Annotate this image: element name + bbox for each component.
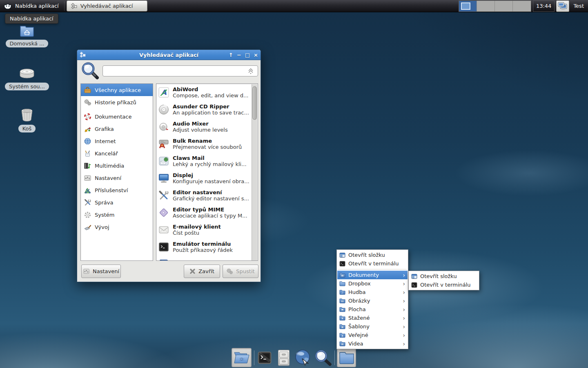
taskbar-window-button[interactable]: Vyhledávač aplikací — [67, 0, 147, 11]
audio-mixer-icon — [158, 121, 169, 132]
display-settings-tray-button[interactable] — [556, 0, 569, 12]
trash-icon — [20, 108, 33, 122]
menu-item-videa[interactable]: Videa › — [337, 339, 408, 348]
dock-web-browser-button[interactable] — [294, 349, 312, 367]
app-row-bulk-rename[interactable]: Bulk RenamePřejmenovat více souborů — [156, 135, 258, 153]
menu-item-dokumenty[interactable]: Dokumenty › — [337, 271, 408, 279]
menu-item-plocha[interactable]: Plocha › — [337, 305, 408, 314]
folder-templates-icon — [339, 324, 345, 329]
category-command-history[interactable]: Historie příkazů — [81, 96, 153, 108]
category-settings[interactable]: Nastavení — [81, 172, 153, 184]
shade-button[interactable]: ↑ — [229, 50, 233, 60]
dock-file-cabinet-button[interactable] — [276, 349, 292, 366]
desktop-icon-trash[interactable]: Koš — [0, 108, 53, 132]
app-row-asunder[interactable]: Asunder CD RipperAn application to save … — [156, 101, 258, 118]
category-development[interactable]: Vývoj — [81, 221, 153, 233]
desktop-icon-home[interactable]: Domovská ... — [0, 25, 53, 47]
menu-item-verejne[interactable]: Veřejné › — [337, 331, 408, 339]
menu-item-label: Otevřít složku — [348, 252, 385, 258]
minimize-button[interactable]: − — [237, 50, 241, 60]
dock-file-manager-button[interactable]: :D: — [232, 348, 252, 367]
clock[interactable]: 13:44 — [533, 0, 555, 12]
category-label: Všechny aplikace — [95, 87, 141, 93]
app-description: Adjust volume levels — [173, 127, 228, 133]
workspace-4[interactable] — [513, 1, 531, 11]
menu-item-label: Stažené — [348, 315, 370, 321]
app-row-audio-mixer[interactable]: Audio MixerAdjust volume levels — [156, 118, 258, 135]
panel-separator — [64, 2, 65, 11]
menu-item-stazene[interactable]: Stažené › — [337, 314, 408, 322]
dock-search-button[interactable] — [314, 349, 332, 366]
app-description: Asociace aplikací s typy M... — [173, 213, 247, 219]
scrollbar-thumb[interactable] — [252, 86, 257, 120]
app-description: Lehký a rychlý mailový kli... — [173, 161, 247, 167]
close-window-button[interactable]: Zavřít — [184, 265, 220, 278]
menu-item-open-folder[interactable]: Otevřít složku — [337, 251, 408, 259]
collapse-chevrons-icon[interactable] — [247, 67, 254, 74]
menu-item-label: Hudba — [348, 289, 366, 295]
category-office[interactable]: Kancelář — [81, 147, 153, 159]
category-all-applications[interactable]: Všechny aplikace — [81, 84, 153, 96]
menu-item-open-terminal[interactable]: Otevřít v terminálu — [337, 259, 408, 268]
dock-terminal-button[interactable] — [256, 350, 273, 366]
applications-menu-label: Nabídka aplikací — [15, 3, 59, 9]
category-label: Dokumentace — [95, 114, 131, 120]
category-label: Internet — [95, 138, 116, 144]
search-input[interactable] — [102, 65, 258, 76]
app-row-display[interactable]: DisplejKonfiguruje nastavení obra... — [156, 170, 258, 187]
workspace-3[interactable] — [495, 1, 513, 11]
app-row-mime-editor[interactable]: Editor typů MIMEAsociace aplikací s typy… — [156, 204, 258, 221]
category-multimedia[interactable]: Multimédia — [81, 159, 153, 172]
app-row-settings-editor[interactable]: Editor nastaveníGrafický editor nastaven… — [156, 187, 258, 204]
workspace-switcher[interactable] — [459, 0, 531, 12]
category-documentation[interactable]: Dokumentace — [81, 110, 153, 123]
submenu-arrow-icon: › — [403, 289, 405, 295]
app-row-terminal-emulator[interactable]: Emulátor termináluPoužít příkazový řádek — [156, 238, 258, 256]
mime-diamond-icon — [158, 207, 169, 218]
category-accessories[interactable]: Příslušenství — [81, 184, 153, 196]
taskbar-window-label: Vyhledávač aplikací — [80, 3, 133, 9]
workspace-1[interactable] — [459, 1, 477, 11]
app-name: Asunder CD Ripper — [173, 103, 249, 110]
submenu-arrow-icon: › — [403, 341, 405, 347]
app-description: Grafický editor nastavení s... — [173, 195, 249, 202]
close-button[interactable]: × — [254, 50, 258, 60]
app-row-claws-mail[interactable]: Claws MailLehký a rychlý mailový kli... — [156, 153, 258, 170]
category-internet[interactable]: Internet — [81, 135, 153, 147]
app-list-scrollbar[interactable] — [252, 84, 257, 261]
submenu-arrow-icon: › — [403, 307, 405, 312]
dock-folder-button[interactable] — [337, 348, 356, 367]
app-name: Bulk Rename — [173, 138, 242, 144]
bulk-rename-icon — [158, 139, 169, 149]
category-graphics[interactable]: Grafika — [81, 123, 153, 135]
applications-menu-button[interactable]: Nabídka aplikací — [0, 0, 63, 12]
category-label: Nastavení — [95, 175, 121, 181]
app-row-abiword[interactable]: A AbiWordCompose, edit, and view d... — [156, 84, 258, 101]
category-list: Všechny aplikace Historie příkazů Dokume… — [80, 83, 153, 261]
launch-button-disabled[interactable]: Spustit — [223, 265, 258, 278]
desktop-icon-filesystem[interactable]: Systém sou... — [0, 67, 53, 90]
preferences-button[interactable]: Nastavení — [81, 265, 121, 278]
menu-item-dropbox[interactable]: Dropbox › — [337, 279, 408, 288]
menu-item-obrazky[interactable]: Obrázky › — [337, 296, 408, 305]
app-name: Editor typů MIME — [173, 206, 247, 213]
svg-text:♪: ♪ — [341, 291, 343, 294]
app-description: Compose, edit, and view d... — [173, 92, 248, 99]
menu-item-label: Dokumenty — [348, 272, 379, 278]
workspace-2[interactable] — [477, 1, 495, 11]
app-row-email-client[interactable]: E-mailový klientČíst poštu — [156, 221, 258, 238]
folder-desktop-icon — [339, 307, 345, 312]
maximize-button[interactable]: □ — [245, 50, 250, 60]
category-administration[interactable]: Správa — [81, 196, 153, 209]
menu-item-sablony[interactable]: Šablony › — [337, 322, 408, 331]
menu-item-hudba[interactable]: ♪ Hudba › — [337, 288, 408, 296]
user-name[interactable]: Test — [571, 3, 586, 9]
submenu-item-open-folder[interactable]: Otevřít složku — [409, 272, 479, 280]
envelope-icon — [158, 224, 169, 235]
display-monitor-icon — [158, 173, 169, 184]
development-icon — [84, 223, 91, 231]
app-row-fedora-notes[interactable]: Fedora Release Notes — [156, 256, 258, 261]
window-titlebar[interactable]: Vyhledávač aplikací ↑ − □ × — [77, 50, 261, 60]
category-system[interactable]: Systém — [81, 209, 153, 221]
submenu-item-open-terminal[interactable]: Otevřít v terminálu — [409, 280, 479, 289]
